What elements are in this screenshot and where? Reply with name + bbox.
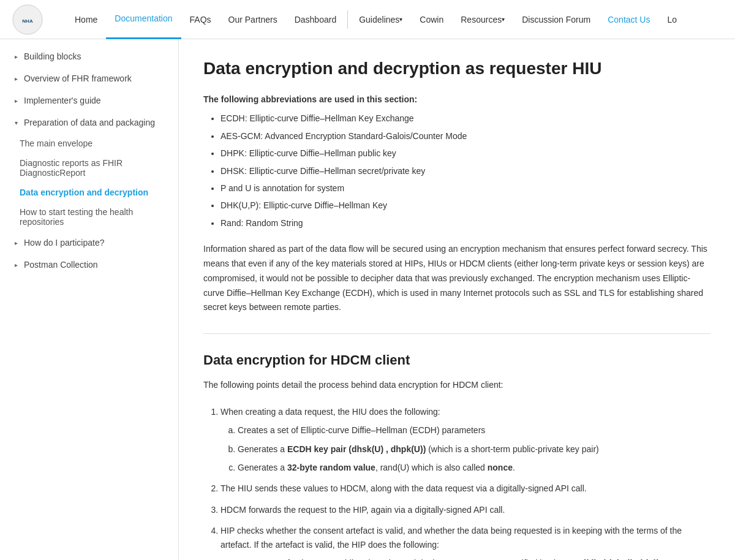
nav-home[interactable]: Home	[66, 0, 106, 39]
abbrev-dhsk: DHSK: Elliptic-curve Diffie–Hellman secr…	[221, 164, 710, 178]
step-1c: Generates a 32-byte random value, rand(U…	[238, 461, 710, 474]
step-4-bullet-1: Generates a fresh ECDH public-private ke…	[238, 556, 710, 560]
header: NHA Home Documentation FAQs Our Partners…	[0, 0, 735, 39]
step-1c-bold2: nonce	[488, 463, 513, 472]
abbrev-dhkup: DHK(U,P): Elliptic-curve Diffie–Hellman …	[221, 199, 710, 212]
sidebar-label-building-blocks: Building blocks	[24, 51, 81, 61]
sidebar-sub-how-to-start[interactable]: How to start testing the health reposito…	[20, 202, 178, 232]
step-4: HIP checks whether the consent artefact …	[221, 524, 710, 560]
nav-resources[interactable]: Resources	[452, 0, 513, 39]
step-4-bullets: Generates a fresh ECDH public-private ke…	[221, 556, 710, 560]
sidebar-label-implementers: Implementer's guide	[24, 96, 101, 105]
nav-guidelines[interactable]: Guidelines	[350, 0, 411, 39]
sidebar-arrow-implementers	[12, 96, 20, 105]
nav-divider	[347, 10, 348, 29]
sidebar-label-overview-fhr: Overview of FHR framework	[24, 74, 132, 83]
sidebar-item-overview-fhr[interactable]: Overview of FHR framework	[0, 67, 178, 89]
step-3: HDCM forwards the request to the HIP, ag…	[221, 503, 710, 516]
sidebar-sub-preparation: The main envelope Diagnostic reports as …	[0, 134, 178, 232]
section2-title: Data encryption for HDCM client	[203, 352, 710, 368]
step-1: When creating a data request, the HIU do…	[221, 405, 710, 475]
nav-faqs[interactable]: FAQs	[181, 0, 220, 39]
sidebar-label-participate: How do I participate?	[24, 238, 105, 248]
section-intro: The following abbreviations are used in …	[203, 94, 710, 104]
abbrev-pu: P and U is annotation for system	[221, 181, 710, 195]
sidebar-sub-data-encryption[interactable]: Data encryption and decryption	[20, 183, 178, 202]
step-1-text: When creating a data request, the HIU do…	[221, 407, 440, 417]
nav-cowin[interactable]: Cowin	[411, 0, 452, 39]
sidebar-label-postman: Postman Collection	[24, 260, 98, 270]
abbreviations-list: ECDH: Elliptic-curve Diffie–Hellman Key …	[203, 112, 710, 230]
sidebar-item-preparation-data[interactable]: Preparation of data and packaging	[0, 112, 178, 134]
layout: Building blocks Overview of FHR framewor…	[0, 39, 735, 560]
section2-intro: The following points detail the process …	[203, 378, 710, 393]
nav-dashboard[interactable]: Dashboard	[286, 0, 345, 39]
sidebar-label-preparation: Preparation of data and packaging	[24, 118, 155, 127]
step-4-text: HIP checks whether the consent artefact …	[221, 526, 682, 549]
abbrev-rand: Rand: Random String	[221, 216, 710, 230]
section-divider	[203, 333, 710, 334]
sidebar-arrow-participate	[12, 238, 20, 247]
page-title: Data encryption and decryption as reques…	[203, 58, 710, 80]
step-1b: Generates a ECDH key pair (dhsk(U) , dhp…	[238, 442, 710, 456]
sidebar-sub-diagnostic-reports[interactable]: Diagnostic reports as FHIR DiagnosticRep…	[20, 153, 178, 183]
sidebar-arrow-preparation	[12, 118, 20, 127]
step-2: The HIU sends these values to HDCM, alon…	[221, 482, 710, 495]
sidebar-item-postman[interactable]: Postman Collection	[0, 254, 178, 276]
step-1c-bold: 32-byte random value	[287, 463, 375, 472]
sidebar-arrow-postman	[12, 260, 20, 269]
step-1a: Creates a set of Elliptic-curve Diffie–H…	[238, 423, 710, 437]
paragraph-intro: Information shared as part of the data f…	[203, 242, 710, 315]
main-content: Data encryption and decryption as reques…	[179, 39, 735, 560]
sidebar-item-implementers-guide[interactable]: Implementer's guide	[0, 89, 178, 112]
sidebar: Building blocks Overview of FHR framewor…	[0, 39, 179, 560]
logo-area[interactable]: NHA	[12, 4, 48, 35]
sidebar-item-how-participate[interactable]: How do I participate?	[0, 232, 178, 254]
steps-list: When creating a data request, the HIU do…	[203, 405, 710, 560]
svg-text:NHA: NHA	[22, 18, 33, 24]
logo-icon: NHA	[12, 4, 43, 35]
step-1b-bold: ECDH key pair (dhsk(U) , dhpk(U))	[287, 444, 426, 454]
abbrev-aesgcm: AES-GCM: Advanced Encryption Standard-Ga…	[221, 129, 710, 143]
sidebar-sub-main-envelope[interactable]: The main envelope	[20, 134, 178, 153]
sidebar-arrow-building-blocks	[12, 52, 20, 61]
main-nav: Home Documentation FAQs Our Partners Das…	[66, 0, 723, 39]
step-1-sub: Creates a set of Elliptic-curve Diffie–H…	[221, 423, 710, 474]
nav-discussion-forum[interactable]: Discussion Forum	[513, 0, 599, 39]
abbrev-ecdh: ECDH: Elliptic-curve Diffie–Hellman Key …	[221, 112, 710, 125]
nav-contact-us[interactable]: Contact Us	[599, 0, 658, 39]
nav-lo[interactable]: Lo	[658, 0, 685, 39]
nav-documentation[interactable]: Documentation	[106, 0, 181, 39]
sidebar-item-building-blocks[interactable]: Building blocks	[0, 45, 178, 67]
sidebar-arrow-overview-fhr	[12, 74, 20, 83]
nav-our-partners[interactable]: Our Partners	[220, 0, 286, 39]
abbrev-dhpk: DHPK: Elliptic-curve Diffie–Hellman publ…	[221, 146, 710, 160]
